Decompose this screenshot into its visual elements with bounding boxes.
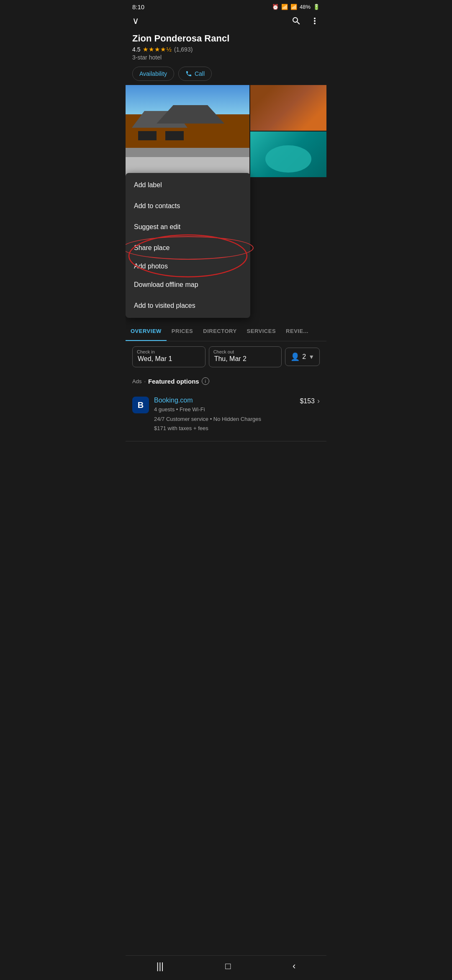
- collapse-button[interactable]: ∨: [132, 15, 139, 26]
- tab-directory[interactable]: DIRECTORY: [198, 322, 241, 341]
- review-count: (1,693): [174, 46, 193, 53]
- menu-item-share-place[interactable]: Share place: [126, 237, 250, 258]
- booking-card[interactable]: B Booking.com 4 guests • Free Wi-Fi 24/7…: [126, 392, 326, 438]
- star-half: ½: [166, 46, 172, 53]
- more-options-icon[interactable]: [310, 16, 320, 26]
- call-button[interactable]: Call: [178, 67, 212, 81]
- check-in-box[interactable]: Check in Wed, Mar 1: [132, 346, 205, 367]
- booking-price: $153: [300, 397, 315, 405]
- ads-label: Ads: [132, 378, 141, 384]
- call-label: Call: [195, 70, 205, 77]
- rating-row: 4.5 ★ ★ ★ ★ ½ (1,693): [132, 46, 320, 53]
- star-4: ★: [160, 46, 166, 53]
- booking-row: B Booking.com 4 guests • Free Wi-Fi 24/7…: [132, 397, 320, 433]
- menu-item-add-label[interactable]: Add label: [126, 175, 250, 196]
- booking-price-row: $153 ›: [300, 397, 320, 405]
- search-icon[interactable]: [291, 16, 301, 26]
- menu-item-suggest-edit[interactable]: Suggest an edit: [126, 217, 250, 237]
- menu-item-download-offline[interactable]: Download offline map: [126, 274, 250, 295]
- dropdown-menu: Add label Add to contacts Suggest an edi…: [126, 173, 250, 318]
- guests-chevron-icon: ▼: [308, 353, 314, 360]
- ads-header: Ads · Featured options i: [132, 377, 320, 385]
- alarm-icon: ⏰: [272, 4, 279, 10]
- top-bar: ∨: [126, 12, 326, 30]
- star-3: ★: [154, 46, 160, 53]
- side-photo-top: [250, 85, 326, 131]
- date-row: Check in Wed, Mar 1 Check out Thu, Mar 2…: [132, 346, 320, 367]
- featured-label: Featured options: [148, 378, 199, 385]
- menu-item-add-visited[interactable]: Add to visited places: [126, 295, 250, 316]
- guests-box[interactable]: 👤 2 ▼: [285, 348, 320, 366]
- status-icons: ⏰ 📶 📶 48% 🔋: [272, 4, 320, 10]
- menu-item-add-contacts[interactable]: Add to contacts: [126, 196, 250, 217]
- star-1: ★: [143, 46, 148, 53]
- status-bar: 8:10 ⏰ 📶 📶 48% 🔋: [126, 0, 326, 12]
- info-icon[interactable]: i: [202, 377, 209, 385]
- top-actions: [291, 16, 320, 26]
- phone-icon: [185, 70, 192, 77]
- booking-details: Booking.com 4 guests • Free Wi-Fi 24/7 C…: [154, 397, 295, 433]
- side-photos: [250, 85, 326, 177]
- stars: ★ ★ ★ ★ ½: [143, 46, 172, 53]
- status-time: 8:10: [132, 3, 144, 10]
- availability-button[interactable]: Availability: [132, 67, 174, 81]
- main-photo: [126, 85, 249, 177]
- battery-icon: 🔋: [313, 4, 320, 10]
- divider: [126, 441, 326, 441]
- place-name: Zion Ponderosa Rancl: [132, 33, 320, 44]
- booking-features-line2: 24/7 Customer service • No Hidden Charge…: [154, 415, 295, 423]
- booking-logo: B: [132, 397, 149, 413]
- check-out-value: Thu, Mar 2: [214, 355, 277, 363]
- check-in-value: Wed, Mar 1: [138, 355, 200, 363]
- tab-reviews[interactable]: REVIE...: [281, 322, 313, 341]
- date-section: Check in Wed, Mar 1 Check out Thu, Mar 2…: [126, 341, 326, 372]
- hotel-type: 3-star hotel: [132, 54, 320, 61]
- check-out-label: Check out: [213, 349, 234, 354]
- ads-section: Ads · Featured options i: [126, 372, 326, 392]
- guests-count: 2: [302, 353, 306, 361]
- booking-arrow-icon: ›: [317, 397, 320, 405]
- place-info: Zion Ponderosa Rancl 4.5 ★ ★ ★ ★ ½ (1,69…: [126, 30, 326, 62]
- signal-icon: 📶: [290, 4, 297, 10]
- battery-text: 48%: [300, 4, 311, 10]
- booking-site-name: Booking.com: [154, 397, 295, 404]
- check-out-box[interactable]: Check out Thu, Mar 2: [209, 346, 282, 367]
- ads-separator: ·: [144, 378, 146, 384]
- check-in-label: Check in: [137, 349, 155, 354]
- booking-tax-info: $171 with taxes + fees: [154, 424, 295, 433]
- side-photo-bottom: [250, 132, 326, 177]
- booking-features-line1: 4 guests • Free Wi-Fi: [154, 405, 295, 414]
- photos-grid: [126, 85, 326, 177]
- tab-prices[interactable]: PRICES: [167, 322, 198, 341]
- rating-number: 4.5: [132, 46, 140, 53]
- star-2: ★: [149, 46, 154, 53]
- tab-overview[interactable]: OVERVIEW: [126, 322, 167, 341]
- tab-services[interactable]: SERVICES: [242, 322, 281, 341]
- tabs-bar: OVERVIEW PRICES DIRECTORY SERVICES REVIE…: [126, 322, 326, 341]
- photos-section: Add label Add to contacts Suggest an edi…: [126, 85, 326, 322]
- menu-item-add-photos[interactable]: Add photos: [126, 258, 250, 274]
- wifi-icon: 📶: [281, 4, 288, 10]
- action-buttons: Availability Call: [126, 62, 326, 85]
- person-icon: 👤: [290, 352, 300, 361]
